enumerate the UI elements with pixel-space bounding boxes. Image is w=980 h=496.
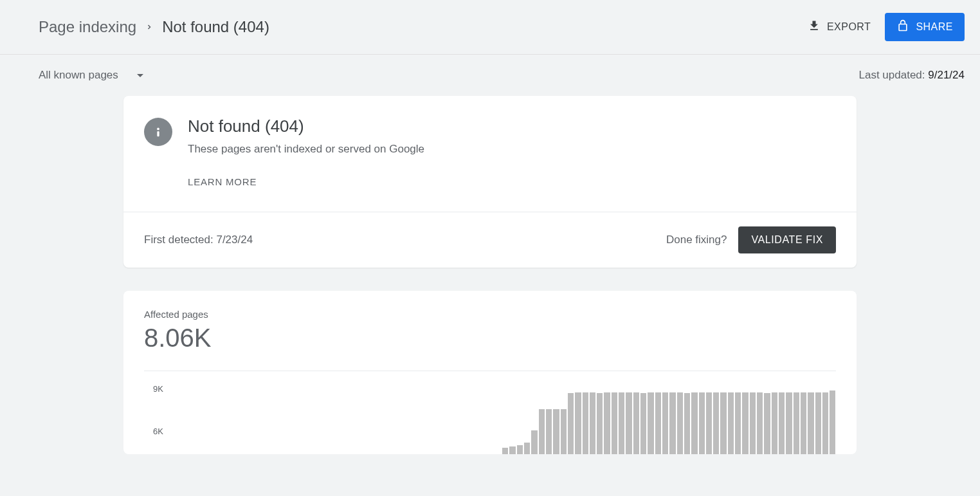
chart-bar [509,446,515,454]
chart-bar [801,392,806,454]
issue-card-bottom: First detected: 7/23/24 Done fixing? VAL… [123,212,857,268]
export-label: EXPORT [827,21,871,33]
affected-pages-label: Affected pages [144,309,836,320]
done-fixing-label: Done fixing? [666,234,727,246]
chart-bar [772,392,777,454]
issue-subtitle: These pages aren't indexed or served on … [188,143,424,156]
chart-bar [524,443,530,454]
last-updated-date: 9/21/24 [928,69,965,81]
affected-pages-card: Affected pages 8.06K 9K 6K [123,291,857,454]
header-actions: EXPORT SHARE [805,13,965,41]
pages-filter-dropdown[interactable]: All known pages [39,69,144,82]
chart-bar [561,409,567,454]
chart-bar [546,409,552,454]
breadcrumb-current: Not found (404) [162,18,269,36]
chart-bar [662,392,668,454]
chart-bar [779,392,785,454]
affected-pages-chart: 9K 6K [144,371,836,454]
svg-point-0 [157,128,159,131]
breadcrumb-root[interactable]: Page indexing [39,18,136,36]
chart-bar [786,392,792,454]
chart-bar [699,392,705,454]
chart-bar [517,445,523,454]
chart-bar [794,392,799,454]
chart-bar [539,409,545,454]
chart-bar [713,392,719,454]
first-detected: First detected: 7/23/24 [144,234,253,246]
chart-bar [604,392,610,454]
svg-rect-1 [157,131,159,136]
chart-bar [619,392,624,454]
chart-bar [677,392,683,454]
filter-label: All known pages [39,69,118,82]
subheader: All known pages Last updated: 9/21/24 [0,55,980,96]
chart-bar [735,392,741,454]
chart-bar [669,392,675,454]
first-detected-date: 7/23/24 [216,234,253,246]
last-updated-label: Last updated: [859,69,929,81]
chart-bar [691,392,697,454]
chart-bar [655,392,661,454]
chart-bar [575,392,581,454]
y-tick-9k: 9K [153,383,163,393]
chevron-right-icon [145,23,153,31]
chart-bar [742,392,748,454]
chart-bar [590,392,595,454]
chart-bars [175,383,836,454]
chart-bar [764,393,770,454]
chart-bar [597,393,603,454]
chart-bar [553,409,559,454]
chart-bar [706,392,712,454]
chart-bar [720,392,726,454]
chart-bar [568,393,574,454]
download-icon [808,19,821,35]
chart-bar [728,392,734,454]
chart-bar [815,392,821,454]
issue-card: Not found (404) These pages aren't index… [123,96,857,268]
content: Not found (404) These pages aren't index… [0,96,980,454]
issue-title: Not found (404) [188,116,424,136]
chart-bar [612,392,617,454]
chart-bar [822,392,828,454]
chart-bar [648,392,653,454]
chart-bar [684,393,690,454]
chart-bar [633,392,639,454]
share-button[interactable]: SHARE [885,13,965,41]
validate-group: Done fixing? VALIDATE FIX [666,226,836,253]
chart-bar [626,392,631,454]
validate-fix-button[interactable]: VALIDATE FIX [738,226,836,253]
share-label: SHARE [916,21,953,33]
first-detected-label: First detected: [144,234,216,246]
page-header: Page indexing Not found (404) EXPORT SHA… [0,0,980,55]
y-tick-6k: 6K [153,427,163,436]
affected-pages-value: 8.06K [144,324,836,353]
chart-bar [531,430,537,454]
chart-bar [830,390,835,454]
caret-down-icon [136,69,144,82]
chart-bar [808,392,813,454]
lock-icon [896,19,909,35]
export-button[interactable]: EXPORT [805,14,874,40]
chart-bar [502,448,508,454]
chart-bar [757,392,763,454]
learn-more-button[interactable]: LEARN MORE [188,174,257,190]
info-icon [144,118,172,146]
chart-bar [640,393,646,454]
last-updated: Last updated: 9/21/24 [859,69,965,82]
chart-bar [583,392,588,454]
chart-bar [750,392,756,454]
issue-card-body: Not found (404) These pages aren't index… [188,116,424,190]
breadcrumb: Page indexing Not found (404) [39,18,269,36]
y-axis: 9K 6K [144,383,163,454]
issue-card-top: Not found (404) These pages aren't index… [123,96,857,212]
